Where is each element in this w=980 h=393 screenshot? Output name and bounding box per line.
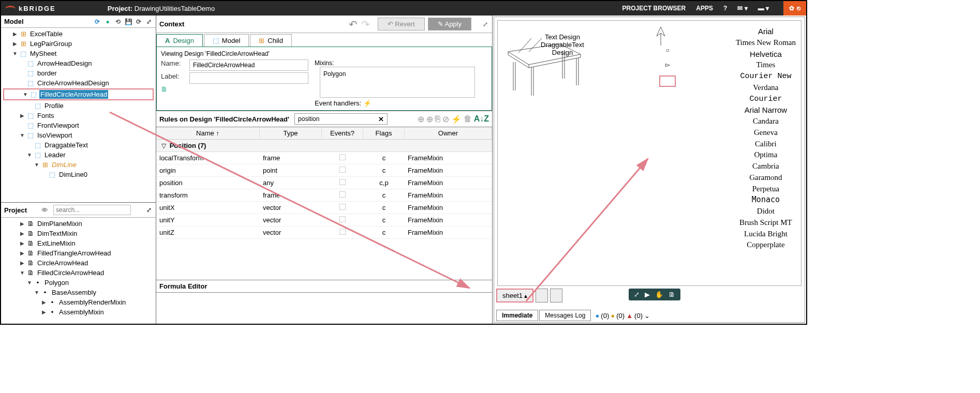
table-drawing: Text Design DraggableText Design	[503, 36, 586, 98]
flag-icon[interactable]: ▬ ▾	[758, 5, 769, 12]
sort-icon[interactable]: A↓Z	[474, 114, 489, 124]
font-sample: Arial	[736, 26, 796, 37]
model-tree[interactable]: ▶⊞ExcelTable▶⊞LegPairGroup▼⬚MySheet⬚Arro…	[1, 28, 156, 202]
pan-icon[interactable]: ✋	[655, 291, 663, 298]
delete-icon[interactable]: 🗑	[464, 114, 472, 124]
model-panel-header: Model ⟳ ● ⟲ 💾 ⟳ ⤢	[1, 16, 156, 28]
apply-button[interactable]: ✎ Apply	[428, 18, 471, 31]
visibility-icon[interactable]: 👁	[41, 206, 48, 214]
font-sample: Courier	[736, 94, 796, 105]
redo-icon[interactable]: ↷	[362, 21, 369, 28]
undo-icon[interactable]: ↶	[350, 21, 357, 28]
formula-editor-area[interactable]	[156, 293, 492, 324]
rules-grid-body: localTransformframecFrameMixinoriginpoin…	[156, 152, 492, 239]
font-sample: Times	[736, 59, 796, 71]
disable-icon[interactable]: ⊘	[442, 114, 449, 124]
revert-button[interactable]: ↶ Revert	[378, 18, 425, 31]
undo-icon[interactable]: ⟲	[114, 18, 122, 25]
copy-icon[interactable]: ⎘	[435, 114, 440, 124]
logout-icon[interactable]: ⎋	[797, 5, 800, 12]
refresh-icon[interactable]: ⟳	[94, 18, 101, 25]
rule-row[interactable]: unitXvectorcFrameMixin	[156, 202, 492, 214]
expand-icon[interactable]: ⤢	[482, 21, 489, 28]
text-design-label: Text Design	[539, 33, 586, 41]
sheet-add[interactable]	[550, 289, 562, 303]
tree-item[interactable]: ▶⊞LegPairGroup	[1, 39, 156, 49]
tree-item[interactable]: ⬚DraggableText	[1, 140, 156, 150]
tree-item[interactable]: ▶🗎DimPlaneMixin	[1, 219, 156, 229]
tree-item[interactable]: ▶⊞ExcelTable	[1, 29, 156, 39]
save-icon[interactable]: 💾	[125, 18, 132, 25]
rule-row[interactable]: originpointcFrameMixin	[156, 164, 492, 177]
rule-row[interactable]: localTransformframecFrameMixin	[156, 152, 492, 164]
tree-item[interactable]: ▶🗎FilledTriangleArrowHead	[1, 248, 156, 258]
tab-child[interactable]: ⊞Child	[250, 34, 292, 47]
expand-icon[interactable]: ⤢	[145, 206, 153, 214]
project-tree[interactable]: ▶🗎DimPlaneMixin▶🗎DimTextMixin▶🗎ExtLineMi…	[1, 218, 156, 324]
fullscreen-icon[interactable]: ⤢	[634, 291, 640, 298]
tab-design[interactable]: ADesign	[156, 34, 203, 47]
circle-symbol: ○	[665, 47, 669, 54]
font-sample: Courier New	[736, 71, 796, 82]
label-input[interactable]	[189, 72, 308, 84]
apps-link[interactable]: APPS	[696, 5, 713, 12]
tree-item[interactable]: ▼•Polygon	[1, 278, 156, 288]
sheet-tab[interactable]: sheet1 ▴	[496, 289, 533, 303]
viewport-toolbar: ⤢ ▶ ✋ 🗎	[629, 289, 680, 300]
rules-group-row[interactable]: ▽ Position (7)	[156, 140, 492, 152]
tree-item[interactable]: ⬚ArrowHeadDesign	[1, 58, 156, 68]
font-sample: Copperplate	[736, 239, 796, 251]
expand-icon[interactable]: ⤢	[145, 18, 153, 25]
name-input[interactable]	[189, 59, 308, 71]
tree-item[interactable]: ▶•AssemblyRenderMixin	[1, 297, 156, 307]
font-sample: Geneva	[736, 127, 796, 139]
add-icon[interactable]: ⊕	[418, 114, 424, 124]
immediate-tab[interactable]: Immediate	[496, 310, 538, 321]
tree-item[interactable]: ⬚CircleArrowHeadDesign	[1, 78, 156, 88]
tab-model[interactable]: ⬚Model	[204, 34, 249, 47]
tree-item[interactable]: ▼⬚IsoViewport	[1, 130, 156, 140]
clear-search-icon[interactable]: ✕	[378, 115, 384, 123]
page-icon[interactable]: 🗎	[669, 291, 675, 298]
sheet-next[interactable]	[536, 289, 548, 303]
tree-item[interactable]: ⬚DimLine0	[1, 170, 156, 179]
tree-item[interactable]: ⬚border	[1, 68, 156, 78]
tree-item[interactable]: ▶🗎DimTextMixin	[1, 229, 156, 238]
tree-item[interactable]: ▶🗎ExtLineMixin	[1, 238, 156, 248]
doc-icon[interactable]: 🗎	[161, 85, 168, 93]
tree-item[interactable]: ⬚Profile	[1, 101, 156, 111]
viewport-panel: Text Design DraggableText Design ○ ▻ Ari…	[494, 17, 805, 323]
font-sample: Brush Script MT	[736, 217, 796, 229]
rule-row[interactable]: unitZvectorcFrameMixin	[156, 226, 492, 239]
mixins-box[interactable]: Polygon	[320, 67, 475, 98]
project-browser-link[interactable]: PROJECT BROWSER	[622, 5, 686, 12]
tree-item[interactable]: ▼⊞DimLine	[1, 160, 156, 170]
drawing-viewport[interactable]: Text Design DraggableText Design ○ ▻ Ari…	[497, 20, 801, 286]
refresh2-icon[interactable]: ⟳	[135, 18, 142, 25]
help-icon[interactable]: ?	[723, 5, 727, 12]
tree-item[interactable]: ▶⬚Fonts	[1, 111, 156, 120]
tree-item[interactable]: ▼⬚Leader	[1, 150, 156, 160]
pointer-icon[interactable]: ▶	[645, 291, 650, 298]
project-search-input[interactable]	[53, 205, 131, 215]
tree-item[interactable]: ▼⬚FilledCircleArrowHead	[4, 89, 153, 99]
rules-search-input[interactable]	[294, 113, 388, 125]
font-sample: Candara	[736, 116, 796, 127]
add-child-icon[interactable]: ⊕	[426, 114, 433, 124]
tree-item[interactable]: ▶🗎CircleArrowHead	[1, 258, 156, 268]
rule-row[interactable]: unitYvectorcFrameMixin	[156, 214, 492, 226]
name-label: Name:	[161, 59, 189, 67]
rule-row[interactable]: positionanyc,pFrameMixin	[156, 177, 492, 189]
tree-item[interactable]: ▼•BaseAssembly	[1, 288, 156, 297]
mail-icon[interactable]: ✉ ▾	[737, 5, 747, 12]
rule-row[interactable]: transformframecFrameMixin	[156, 189, 492, 202]
font-sample: Helvetica	[736, 49, 796, 60]
tree-item[interactable]: ▶•AssemblyMixin	[1, 307, 156, 317]
tree-item[interactable]: ⬚FrontViewport	[1, 120, 156, 130]
tree-item[interactable]: ▼🗎FilledCircleArrowHead	[1, 268, 156, 278]
dot-icon[interactable]: ●	[104, 18, 111, 25]
tree-item[interactable]: ▼⬚MySheet	[1, 49, 156, 58]
bolt-icon[interactable]: ⚡	[451, 114, 462, 124]
messages-log-tab[interactable]: Messages Log	[539, 310, 591, 321]
gear-icon[interactable]: ✿	[789, 5, 794, 12]
